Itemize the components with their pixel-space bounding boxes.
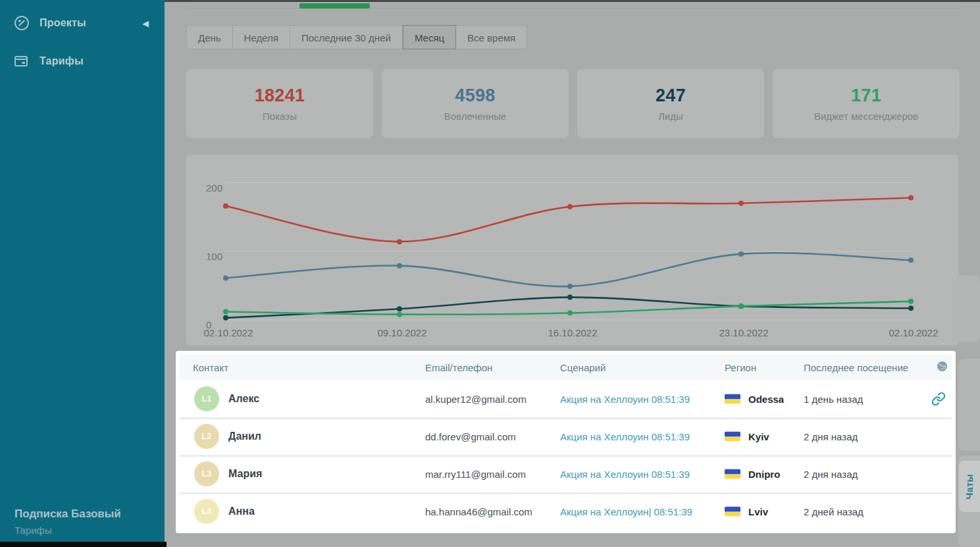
chevron-left-icon[interactable]: ◀ <box>142 19 149 28</box>
contact-email: al.kuper12@gmail.com <box>425 393 527 404</box>
stat-card: 18241Показы <box>186 69 373 138</box>
chart-point-red <box>397 239 402 244</box>
region-name: Dnipro <box>748 468 780 479</box>
sidebar-item-label: Тарифы <box>39 55 84 67</box>
contact-name: Алекс <box>228 393 259 405</box>
avatar: L2 <box>194 424 219 449</box>
stat-card: 171Виджет мессенджеров <box>773 69 960 138</box>
avatar: L3 <box>194 461 219 486</box>
period-tab-3[interactable]: Последние 30 дней <box>290 25 403 49</box>
contact-email: dd.forev@gmail.com <box>425 430 516 442</box>
avatar: L4 <box>194 499 219 524</box>
sidebar-item-label: Проекты <box>39 17 86 29</box>
chart-point-steel-blue <box>738 251 744 257</box>
dashboard-screen: Проекты ◀ Тарифы Подписка Базовый Тарифы… <box>0 0 980 547</box>
chart-point-steel-blue <box>223 275 228 280</box>
dimmed-panel <box>952 275 980 342</box>
y-axis-tick: 200 <box>206 182 222 194</box>
stat-value: 247 <box>577 86 764 106</box>
stat-value: 171 <box>773 86 960 106</box>
scenario-link[interactable]: Акция на Хеллоуин 08:51:39 <box>560 468 690 479</box>
chart-point-dark-teal <box>908 305 914 311</box>
y-axis-tick: 100 <box>206 251 222 262</box>
contact-email: ha.hanna46@gmail.com <box>425 506 532 517</box>
period-tab-4[interactable]: Месяц <box>403 25 456 49</box>
contact-email: mar.rry111@gmail.com <box>425 468 526 479</box>
column-header: Email/телефон <box>425 362 492 373</box>
chart-line-steel-blue <box>226 253 911 286</box>
period-tab-2[interactable]: Неделя <box>233 25 290 49</box>
period-filter-group: ДеньНеделяПоследние 30 днейМесяцВсе врем… <box>186 25 527 49</box>
contact-name: Анна <box>228 506 255 517</box>
stat-label: Лиды <box>577 111 764 122</box>
contact-name: Данил <box>228 430 261 442</box>
column-header: Контакт <box>193 362 228 373</box>
stat-label: Виджет мессенджеров <box>773 111 960 122</box>
subscription-tariffs-link[interactable]: Тарифы <box>14 525 121 536</box>
stat-label: Показы <box>186 111 373 122</box>
subscription-title: Подписка Базовый <box>14 508 121 521</box>
contact-name: Мария <box>228 468 262 480</box>
contact-row[interactable]: L2Данилdd.forev@gmail.comАкция на Хеллоу… <box>180 417 952 453</box>
chart-point-steel-blue <box>567 284 573 289</box>
globe-icon <box>937 361 948 374</box>
region-name: Lviv <box>748 506 768 517</box>
ukraine-flag-icon <box>725 506 740 516</box>
scenario-link[interactable]: Акция на Хеллоуин| 08:51:39 <box>560 506 692 517</box>
chart-point-red <box>223 203 228 209</box>
chart-point-dark-teal <box>567 295 573 300</box>
chart-point-green <box>908 299 914 304</box>
chart-point-dark-teal <box>397 306 402 311</box>
chart-point-red <box>738 201 744 206</box>
contact-row[interactable]: L1Алексal.kuper12@gmail.comАкция на Хелл… <box>180 382 952 415</box>
chart-point-steel-blue <box>908 257 914 263</box>
column-header: Регион <box>725 362 756 373</box>
stat-label: Вовлеченные <box>382 111 569 122</box>
contacts-table-header: КонтактEmail/телефонСценарийРегионПослед… <box>180 355 952 380</box>
stat-card: 247Лиды <box>577 69 764 138</box>
column-header: Сценарий <box>560 362 606 373</box>
region-name: Odessa <box>748 393 784 404</box>
stat-value: 18241 <box>186 86 373 106</box>
stat-card: 4598Вовлеченные <box>382 69 569 138</box>
chart-point-green <box>223 309 228 314</box>
chats-side-tab[interactable]: Чаты <box>959 461 980 512</box>
last-visit: 2 дней назад <box>804 506 864 517</box>
last-visit: 2 дня назад <box>804 430 858 442</box>
dimmed-panel <box>958 359 980 451</box>
tariffs-icon <box>13 53 29 69</box>
scenario-link[interactable]: Акция на Хеллоуин 08:51:39 <box>560 430 690 442</box>
chats-side-tab-label: Чаты <box>964 474 975 499</box>
chart-point-steel-blue <box>397 263 402 269</box>
contacts-table: КонтактEmail/телефонСценарийРегионПослед… <box>176 351 956 533</box>
chart-point-dark-teal <box>223 315 228 321</box>
chart-point-red <box>567 204 573 209</box>
last-visit: 1 день назад <box>804 393 863 404</box>
stat-value: 4598 <box>382 86 569 106</box>
x-axis-tick: 16.10.2022 <box>548 327 597 338</box>
sidebar-item-projects[interactable]: Проекты ◀ <box>0 10 165 36</box>
chart-point-red <box>908 195 914 200</box>
last-visit: 2 дня назад <box>804 468 858 479</box>
chart-point-green <box>397 312 402 317</box>
chart-point-green <box>738 303 744 309</box>
period-tab-1[interactable]: День <box>186 25 233 49</box>
scenario-link[interactable]: Акция на Хеллоуин 08:51:39 <box>560 393 690 404</box>
contact-row[interactable]: L4Аннаha.hanna46@gmail.comАкция на Хелло… <box>180 492 952 528</box>
x-axis-tick: 23.10.2022 <box>719 327 768 338</box>
contacts-table-body: L1Алексal.kuper12@gmail.comАкция на Хелл… <box>180 382 952 528</box>
x-axis-tick: 02.10.2022 <box>203 327 253 338</box>
ukraine-flag-icon <box>725 394 740 404</box>
contact-row[interactable]: L3Марияmar.rry111@gmail.comАкция на Хелл… <box>180 455 952 490</box>
chart-point-green <box>567 311 573 316</box>
copy-link-icon[interactable] <box>931 392 946 406</box>
period-tab-5[interactable]: Все время <box>456 25 527 49</box>
region-name: Kyiv <box>748 430 769 442</box>
stats-cards-row: 18241Показы4598Вовлеченные247Лиды171Видж… <box>186 69 960 138</box>
sidebar-item-tariffs[interactable]: Тарифы <box>0 48 165 74</box>
window-edge-bottom <box>0 542 167 547</box>
projects-icon <box>13 14 30 32</box>
avatar: L1 <box>194 386 219 411</box>
column-header: Последнее посещение <box>804 362 908 373</box>
analytics-chart-panel: 010020002.10.202209.10.202216.10.202223.… <box>186 155 958 346</box>
